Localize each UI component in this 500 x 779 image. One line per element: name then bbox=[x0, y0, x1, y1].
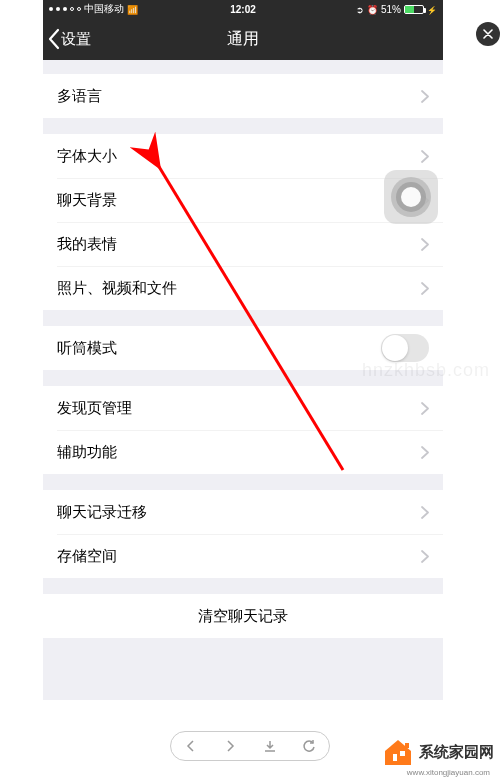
chevron-right-icon bbox=[421, 150, 429, 163]
settings-group: 发现页管理 辅助功能 bbox=[43, 386, 443, 474]
chevron-right-icon bbox=[421, 282, 429, 295]
cell-accessibility[interactable]: 辅助功能 bbox=[43, 430, 443, 474]
cell-label: 发现页管理 bbox=[57, 399, 421, 418]
settings-group: 听筒模式 bbox=[43, 326, 443, 370]
cell-label: 存储空间 bbox=[57, 547, 421, 566]
location-icon bbox=[356, 4, 364, 15]
cell-label: 聊天记录迁移 bbox=[57, 503, 421, 522]
settings-group: 清空聊天记录 bbox=[43, 594, 443, 638]
alarm-icon bbox=[367, 4, 378, 15]
cell-font-size[interactable]: 字体大小 bbox=[43, 134, 443, 178]
cell-discover-management[interactable]: 发现页管理 bbox=[43, 386, 443, 430]
nav-bar: 设置 通用 bbox=[43, 18, 443, 60]
brand-logo: 系统家园网 bbox=[381, 737, 494, 767]
settings-group: 多语言 bbox=[43, 74, 443, 118]
cell-label: 多语言 bbox=[57, 87, 421, 106]
carrier-label: 中国移动 bbox=[84, 2, 124, 16]
cell-label: 听筒模式 bbox=[57, 339, 381, 358]
svg-rect-1 bbox=[393, 754, 397, 761]
cell-storage[interactable]: 存储空间 bbox=[43, 534, 443, 578]
charging-icon bbox=[427, 4, 437, 15]
house-icon bbox=[381, 737, 415, 767]
settings-group: 聊天记录迁移 存储空间 bbox=[43, 490, 443, 578]
wifi-icon bbox=[127, 4, 138, 15]
chevron-right-icon bbox=[421, 506, 429, 519]
chevron-right-icon bbox=[421, 238, 429, 251]
cell-label: 清空聊天记录 bbox=[198, 607, 288, 626]
close-button[interactable] bbox=[476, 22, 500, 46]
chevron-right-icon bbox=[421, 402, 429, 415]
refresh-button[interactable] bbox=[302, 739, 316, 753]
close-icon bbox=[483, 29, 493, 39]
status-bar: 中国移动 12:02 51% bbox=[43, 0, 443, 18]
back-label: 设置 bbox=[61, 30, 91, 49]
next-button[interactable] bbox=[223, 739, 237, 753]
brand-url: www.xitongjiayuan.com bbox=[407, 768, 490, 777]
viewer-toolbar bbox=[170, 731, 330, 761]
clock-label: 12:02 bbox=[230, 4, 256, 15]
back-button[interactable]: 设置 bbox=[47, 28, 91, 50]
settings-group: 字体大小 聊天背景 我的表情 照片、视频和文件 bbox=[43, 134, 443, 310]
page-title: 通用 bbox=[227, 29, 259, 50]
prev-button[interactable] bbox=[184, 739, 198, 753]
clear-chat-history-button[interactable]: 清空聊天记录 bbox=[43, 594, 443, 638]
cell-multilanguage[interactable]: 多语言 bbox=[43, 74, 443, 118]
cell-label: 辅助功能 bbox=[57, 443, 421, 462]
cell-chat-background[interactable]: 聊天背景 bbox=[43, 178, 443, 222]
svg-rect-2 bbox=[400, 751, 405, 756]
assistive-touch-button[interactable] bbox=[384, 170, 438, 224]
cell-photos-videos-files[interactable]: 照片、视频和文件 bbox=[43, 266, 443, 310]
download-button[interactable] bbox=[263, 739, 277, 753]
cell-my-stickers[interactable]: 我的表情 bbox=[43, 222, 443, 266]
cell-label: 字体大小 bbox=[57, 147, 421, 166]
cell-earpiece-mode[interactable]: 听筒模式 bbox=[43, 326, 443, 370]
chevron-right-icon bbox=[421, 90, 429, 103]
chevron-right-icon bbox=[421, 446, 429, 459]
cell-label: 我的表情 bbox=[57, 235, 421, 254]
cell-chat-migration[interactable]: 聊天记录迁移 bbox=[43, 490, 443, 534]
cell-label: 聊天背景 bbox=[57, 191, 421, 210]
switch-toggle[interactable] bbox=[381, 334, 429, 362]
phone-frame: 中国移动 12:02 51% 设置 通用 多语言 字体大小 bbox=[43, 0, 443, 700]
chevron-left-icon bbox=[47, 28, 61, 50]
battery-icon bbox=[404, 5, 424, 14]
brand-name: 系统家园网 bbox=[419, 743, 494, 762]
battery-pct-label: 51% bbox=[381, 4, 401, 15]
chevron-right-icon bbox=[421, 550, 429, 563]
cell-label: 照片、视频和文件 bbox=[57, 279, 421, 298]
